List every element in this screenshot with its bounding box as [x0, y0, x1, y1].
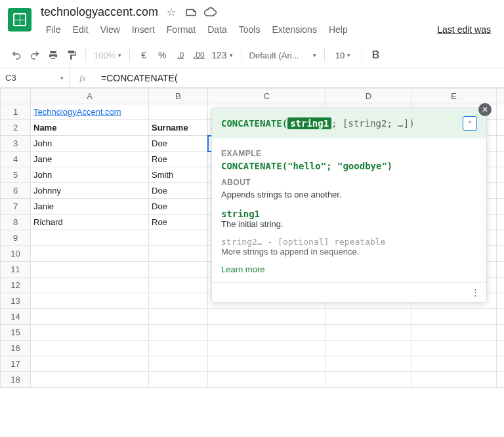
- cell[interactable]: [31, 341, 149, 356]
- select-all-corner[interactable]: [1, 89, 31, 104]
- cell[interactable]: [208, 341, 326, 356]
- cell[interactable]: [497, 325, 505, 341]
- row-header[interactable]: 15: [1, 325, 31, 341]
- increase-decimal-button[interactable]: .00: [190, 47, 207, 64]
- cell[interactable]: [411, 341, 497, 356]
- row-header[interactable]: 16: [1, 341, 31, 356]
- number-format-select[interactable]: 123: [209, 47, 235, 64]
- cell[interactable]: [31, 325, 149, 341]
- menu-data[interactable]: Data: [202, 22, 232, 37]
- cell[interactable]: [31, 278, 149, 293]
- cell[interactable]: [497, 152, 505, 167]
- learn-more-link[interactable]: Learn more: [221, 264, 477, 274]
- star-icon[interactable]: ☆: [165, 6, 178, 19]
- cell[interactable]: [208, 356, 326, 372]
- row-header[interactable]: 9: [1, 230, 31, 246]
- cell[interactable]: [31, 372, 149, 388]
- cell[interactable]: [497, 215, 505, 230]
- cell[interactable]: [149, 230, 208, 246]
- cell[interactable]: [31, 309, 149, 325]
- row-header[interactable]: 7: [1, 199, 31, 215]
- cloud-status-icon[interactable]: [204, 6, 217, 19]
- cell[interactable]: Roe: [149, 152, 208, 167]
- cell[interactable]: [497, 167, 505, 183]
- doc-title[interactable]: technologyaccent.com: [41, 5, 158, 19]
- percent-button[interactable]: %: [154, 47, 171, 64]
- close-icon[interactable]: ✕: [478, 103, 492, 116]
- cell[interactable]: [497, 183, 505, 199]
- undo-button[interactable]: [8, 47, 25, 64]
- row-header[interactable]: 18: [1, 372, 31, 388]
- decrease-decimal-button[interactable]: .0: [172, 47, 189, 64]
- col-header-d[interactable]: D: [326, 89, 411, 104]
- cell[interactable]: [326, 341, 411, 356]
- zoom-select[interactable]: 100%: [91, 47, 124, 64]
- currency-button[interactable]: €: [135, 47, 152, 64]
- cell[interactable]: [497, 309, 505, 325]
- sheets-logo[interactable]: [8, 8, 32, 31]
- row-header[interactable]: 1: [1, 104, 31, 120]
- cell[interactable]: [497, 246, 505, 262]
- cell[interactable]: [31, 246, 149, 262]
- cell[interactable]: [326, 372, 411, 388]
- menu-insert[interactable]: Insert: [127, 22, 160, 37]
- collapse-button[interactable]: ⌃: [463, 116, 477, 131]
- cell[interactable]: Doe: [149, 199, 208, 215]
- cell[interactable]: [149, 356, 208, 372]
- cell[interactable]: [208, 325, 326, 341]
- cell[interactable]: Roe: [149, 215, 208, 230]
- cell[interactable]: [149, 309, 208, 325]
- cell[interactable]: John: [31, 136, 149, 152]
- bold-button[interactable]: B: [368, 47, 385, 64]
- cell[interactable]: [31, 230, 149, 246]
- cell[interactable]: [497, 293, 505, 309]
- row-header[interactable]: 8: [1, 215, 31, 230]
- paint-format-button[interactable]: [63, 47, 80, 64]
- row-header[interactable]: 5: [1, 167, 31, 183]
- redo-button[interactable]: [26, 47, 43, 64]
- cell[interactable]: [497, 341, 505, 356]
- col-header-e[interactable]: E: [411, 89, 497, 104]
- cell[interactable]: [31, 356, 149, 372]
- formula-bar-input[interactable]: =CONCATENATE(: [96, 73, 504, 83]
- row-header[interactable]: 6: [1, 183, 31, 199]
- row-header[interactable]: 3: [1, 136, 31, 152]
- cell[interactable]: Johnny: [31, 183, 149, 199]
- menu-edit[interactable]: Edit: [68, 22, 94, 37]
- cell[interactable]: [497, 104, 505, 120]
- cell[interactable]: [149, 278, 208, 293]
- name-box[interactable]: C3: [0, 68, 70, 87]
- cell[interactable]: [326, 356, 411, 372]
- tooltip-more-button[interactable]: ⋮: [212, 282, 486, 302]
- cell[interactable]: [497, 262, 505, 278]
- menu-help[interactable]: Help: [324, 22, 353, 37]
- cell[interactable]: Surname: [149, 120, 208, 136]
- cell[interactable]: Janie: [31, 199, 149, 215]
- row-header[interactable]: 10: [1, 246, 31, 262]
- cell[interactable]: [149, 262, 208, 278]
- cell[interactable]: [31, 262, 149, 278]
- cell[interactable]: [411, 372, 497, 388]
- menu-file[interactable]: File: [41, 22, 66, 37]
- menu-format[interactable]: Format: [161, 22, 201, 37]
- menu-tools[interactable]: Tools: [234, 22, 266, 37]
- cell[interactable]: John: [31, 167, 149, 183]
- last-edit-link[interactable]: Last edit was: [432, 22, 496, 37]
- cell[interactable]: [149, 246, 208, 262]
- cell[interactable]: [31, 293, 149, 309]
- row-header[interactable]: 2: [1, 120, 31, 136]
- col-header-b[interactable]: B: [149, 89, 208, 104]
- cell[interactable]: Doe: [149, 183, 208, 199]
- col-header-c[interactable]: C: [208, 89, 326, 104]
- move-icon[interactable]: [184, 6, 198, 19]
- cell[interactable]: [149, 293, 208, 309]
- font-size-select[interactable]: 10: [330, 47, 356, 64]
- cell[interactable]: [411, 309, 497, 325]
- col-header-a[interactable]: A: [31, 89, 149, 104]
- row-header[interactable]: 12: [1, 278, 31, 293]
- print-button[interactable]: [45, 47, 62, 64]
- cell[interactable]: [497, 136, 505, 152]
- cell[interactable]: Smith: [149, 167, 208, 183]
- cell[interactable]: Richard: [31, 215, 149, 230]
- cell[interactable]: [208, 372, 326, 388]
